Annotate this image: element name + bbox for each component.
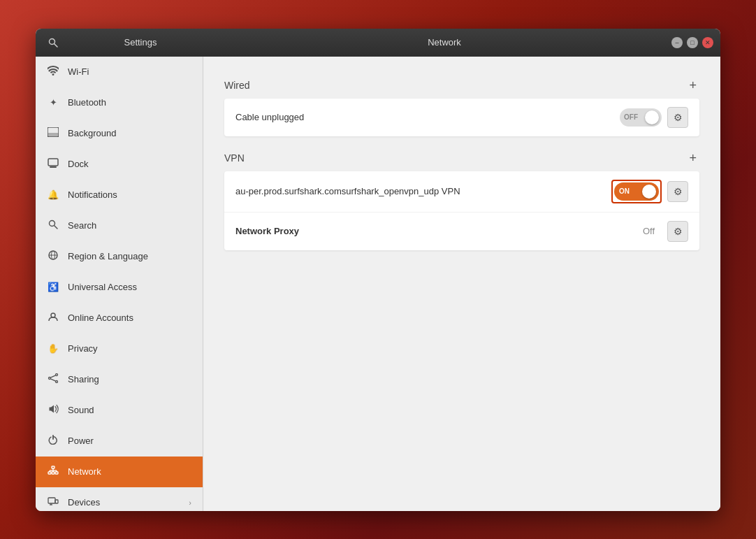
universal-access-icon: ♿ xyxy=(47,282,59,292)
titlebar-controls: – □ ✕ xyxy=(671,37,713,48)
svg-rect-19 xyxy=(52,472,54,474)
svg-line-7 xyxy=(54,226,58,229)
online-accounts-icon xyxy=(47,312,59,324)
svg-rect-27 xyxy=(55,500,58,503)
wired-section-title: Wired xyxy=(224,80,250,91)
main-panel: Wired + Cable unplugged OFF ⚙ VPN + xyxy=(203,57,720,511)
sidebar-label-search: Search xyxy=(68,220,191,231)
power-icon xyxy=(47,435,59,447)
svg-rect-18 xyxy=(48,472,51,474)
cable-row: Cable unplugged OFF ⚙ xyxy=(224,99,699,136)
sidebar-item-search[interactable]: Search xyxy=(36,210,203,241)
proxy-gear-button[interactable]: ⚙ xyxy=(667,221,688,242)
vpn-toggle-highlight: ON xyxy=(611,180,662,203)
sharing-icon xyxy=(47,373,59,385)
devices-chevron-icon: › xyxy=(189,498,191,507)
svg-point-12 xyxy=(56,374,58,376)
sidebar-label-sound: Sound xyxy=(68,405,191,415)
devices-icon xyxy=(47,496,59,508)
wifi-icon xyxy=(47,66,59,78)
sidebar-label-universal-access: Universal Access xyxy=(68,282,191,292)
sidebar-item-wifi[interactable]: Wi-Fi xyxy=(36,57,203,87)
titlebar: Settings Network – □ ✕ xyxy=(36,29,720,57)
sidebar-label-dock: Dock xyxy=(68,159,191,169)
sidebar-item-region[interactable]: Region & Language xyxy=(36,241,203,272)
settings-window: Settings Network – □ ✕ Wi-Fi ✦ Blueto xyxy=(36,29,720,511)
search-icon xyxy=(47,220,59,231)
svg-rect-20 xyxy=(55,472,58,474)
vpn-toggle[interactable]: ON xyxy=(614,182,659,201)
wired-gear-button[interactable]: ⚙ xyxy=(667,107,688,128)
wired-section-header: Wired + xyxy=(224,79,699,92)
svg-line-16 xyxy=(50,379,55,381)
bluetooth-icon: ✦ xyxy=(47,97,59,108)
svg-line-15 xyxy=(50,375,55,378)
titlebar-title-main: Network xyxy=(217,37,671,48)
sidebar-label-bluetooth: Bluetooth xyxy=(68,97,191,108)
svg-point-14 xyxy=(49,378,51,380)
sidebar-item-sound[interactable]: Sound xyxy=(36,395,203,426)
sidebar-label-online-accounts: Online Accounts xyxy=(68,312,191,323)
proxy-label: Network Proxy xyxy=(235,226,643,236)
sidebar-item-sharing[interactable]: Sharing xyxy=(36,364,203,395)
sidebar-label-devices: Devices xyxy=(68,497,180,508)
sidebar-label-wifi: Wi-Fi xyxy=(68,66,191,77)
svg-rect-4 xyxy=(48,159,58,166)
sidebar-label-background: Background xyxy=(68,128,191,138)
sidebar-label-power: Power xyxy=(68,436,191,446)
sidebar-item-background[interactable]: Background xyxy=(36,118,203,149)
sidebar-item-bluetooth[interactable]: ✦ Bluetooth xyxy=(36,87,203,118)
vpn-add-button[interactable]: + xyxy=(686,152,699,164)
svg-rect-26 xyxy=(48,498,55,503)
network-icon xyxy=(47,466,59,477)
sidebar-label-network: Network xyxy=(68,466,191,477)
minimize-button[interactable]: – xyxy=(671,37,683,48)
wired-card: Cable unplugged OFF ⚙ xyxy=(224,99,699,136)
sound-icon xyxy=(47,404,59,416)
dock-icon xyxy=(47,158,59,170)
svg-rect-3 xyxy=(48,133,59,137)
content-area: Wi-Fi ✦ Bluetooth Background xyxy=(36,57,720,511)
wired-toggle[interactable]: OFF xyxy=(620,108,662,127)
background-icon xyxy=(47,127,59,139)
sidebar-item-notifications[interactable]: 🔔 Notifications xyxy=(36,180,203,210)
toggle-off-label: OFF xyxy=(624,113,638,121)
vpn-gear-button[interactable]: ⚙ xyxy=(667,181,688,202)
privacy-icon: ✋ xyxy=(47,343,59,354)
vpn-row: au-per.prod.surfshark.comsurfshark_openv… xyxy=(224,171,699,213)
maximize-button[interactable]: □ xyxy=(687,37,698,48)
sidebar-label-sharing: Sharing xyxy=(68,374,191,385)
close-button[interactable]: ✕ xyxy=(702,37,713,48)
sidebar-label-privacy: Privacy xyxy=(68,343,191,354)
sidebar-item-network[interactable]: Network xyxy=(36,457,203,487)
toggle-off-knob xyxy=(645,110,659,124)
sidebar-item-devices[interactable]: Devices › xyxy=(36,487,203,511)
svg-rect-17 xyxy=(52,466,54,468)
vpn-section-header: VPN + xyxy=(224,152,699,164)
svg-rect-5 xyxy=(50,166,57,168)
sidebar-item-universal-access[interactable]: ♿ Universal Access xyxy=(36,272,203,303)
sidebar-item-power[interactable]: Power xyxy=(36,426,203,457)
svg-point-11 xyxy=(51,313,55,317)
vpn-card: au-per.prod.surfshark.comsurfshark_openv… xyxy=(224,171,699,250)
toggle-on-knob xyxy=(642,185,656,199)
vpn-label: au-per.prod.surfshark.comsurfshark_openv… xyxy=(235,186,611,196)
proxy-status: Off xyxy=(643,226,655,236)
sidebar-item-online-accounts[interactable]: Online Accounts xyxy=(36,303,203,333)
vpn-section-title: VPN xyxy=(224,152,245,164)
titlebar-title-settings: Settings xyxy=(64,37,217,48)
sidebar-label-region: Region & Language xyxy=(68,251,191,261)
region-icon xyxy=(47,250,59,262)
wired-add-button[interactable]: + xyxy=(686,79,699,92)
proxy-row: Network Proxy Off ⚙ xyxy=(224,213,699,250)
sidebar-label-notifications: Notifications xyxy=(68,189,191,200)
svg-line-1 xyxy=(54,43,58,47)
sidebar-item-privacy[interactable]: ✋ Privacy xyxy=(36,333,203,364)
titlebar-search-icon[interactable] xyxy=(43,32,64,53)
notifications-icon: 🔔 xyxy=(47,189,59,200)
sidebar-item-dock[interactable]: Dock xyxy=(36,149,203,180)
cable-label: Cable unplugged xyxy=(235,112,620,122)
svg-point-13 xyxy=(56,381,58,383)
toggle-on-label: ON xyxy=(619,187,630,195)
sidebar: Wi-Fi ✦ Bluetooth Background xyxy=(36,57,203,511)
